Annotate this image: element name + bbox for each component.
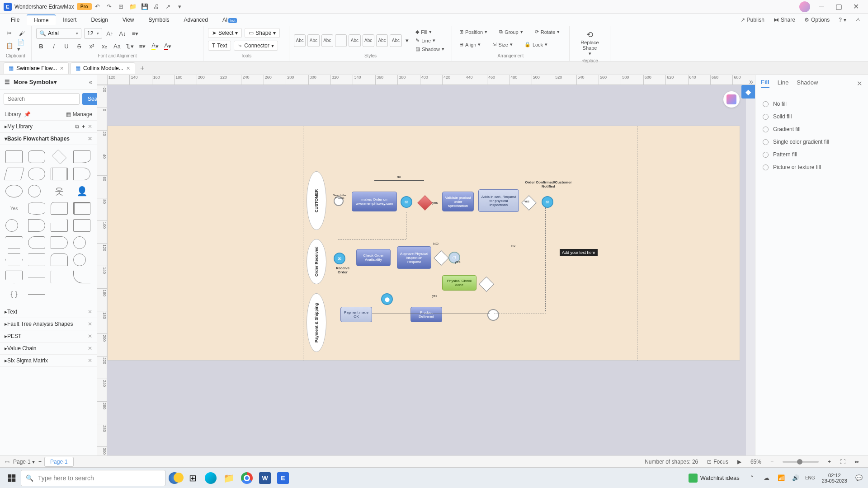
- close-lib-icon[interactable]: ✕: [88, 309, 92, 315]
- highlight-icon[interactable]: A▾: [150, 41, 160, 51]
- add-lib-icon[interactable]: +: [82, 123, 85, 130]
- tray-language-icon[interactable]: ENG: [804, 469, 816, 487]
- position-button[interactable]: ⊞ Position▾: [457, 28, 490, 36]
- style-swatch[interactable]: Abc: [363, 34, 374, 47]
- node-check-avail[interactable]: Check Order Availability: [356, 249, 391, 266]
- node-validate[interactable]: Validate product order specification: [442, 192, 474, 211]
- shape-internal-storage[interactable]: [73, 202, 90, 215]
- text-edit-box[interactable]: Add your text here: [560, 249, 598, 256]
- style-swatch[interactable]: Abc: [294, 34, 306, 47]
- shape-database[interactable]: [28, 202, 45, 215]
- doc-tab-collins[interactable]: ▦ Collins Module... ✕: [71, 62, 135, 74]
- tray-clock[interactable]: 02:12 23-09-2023: [818, 473, 851, 483]
- line-spacing-icon[interactable]: ⇅▾: [125, 41, 135, 51]
- shape-process[interactable]: [5, 150, 23, 163]
- paint-format-tab-icon[interactable]: ◆: [741, 85, 755, 99]
- tray-volume-icon[interactable]: 🔊: [789, 469, 802, 487]
- shape-document[interactable]: [73, 150, 90, 163]
- shape-yes-label[interactable]: Yes: [5, 202, 23, 215]
- style-swatch[interactable]: Abc: [321, 34, 333, 47]
- lib-section-pest[interactable]: ▸ PEST✕: [0, 330, 97, 343]
- page-add-icon[interactable]: +: [38, 459, 42, 465]
- close-lib-icon[interactable]: ✕: [88, 345, 92, 352]
- taskbar-taskview-icon[interactable]: ⊞: [184, 469, 202, 487]
- close-lib-icon[interactable]: ✕: [88, 333, 92, 339]
- menu-advanced[interactable]: Advanced: [177, 15, 215, 25]
- zoom-slider[interactable]: [783, 461, 819, 463]
- manage-library-button[interactable]: ▦ Manage: [66, 111, 92, 117]
- node-approve-insp[interactable]: Approve Physical Inspection Request: [397, 246, 431, 269]
- lane-customer[interactable]: CUSTOMER: [307, 171, 326, 230]
- strikethrough-icon[interactable]: S: [74, 41, 84, 51]
- close-panel-icon[interactable]: ✕: [857, 80, 863, 88]
- zoom-in-icon[interactable]: +: [828, 459, 831, 465]
- subscript-icon[interactable]: x₂: [99, 41, 109, 51]
- format-painter-icon[interactable]: 🖌: [17, 28, 27, 38]
- shape-parallel[interactable]: [28, 253, 45, 266]
- taskbar-chrome-icon[interactable]: [238, 469, 256, 487]
- tray-wifi-icon[interactable]: 📶: [775, 469, 788, 487]
- align-menu-icon[interactable]: ≡▾: [130, 28, 140, 38]
- user-avatar[interactable]: [799, 1, 810, 12]
- lane-payment-shipping[interactable]: Payment & Shipping: [307, 293, 326, 352]
- shape-connector[interactable]: [5, 219, 18, 232]
- shape-stored-data[interactable]: [73, 168, 90, 180]
- font-color-icon[interactable]: A▾: [163, 41, 173, 51]
- lock-button[interactable]: 🔒 Lock▾: [522, 41, 550, 48]
- node-add-cart[interactable]: Adds in cart, Request for physical inspe…: [478, 189, 519, 212]
- shadow-dropdown[interactable]: ▨ Shadow▾: [413, 45, 447, 53]
- shape-summing[interactable]: [73, 253, 86, 266]
- close-lib-icon[interactable]: ✕: [88, 321, 92, 327]
- taskbar-watchlist[interactable]: Watchlist ideas: [684, 474, 744, 483]
- node-delivered[interactable]: Product Delivered: [410, 307, 442, 322]
- fill-no-fill[interactable]: No fill: [763, 98, 861, 110]
- doc-tab-swimlane[interactable]: ▦ Swimlane Flow... ✕: [4, 62, 69, 74]
- italic-icon[interactable]: I: [49, 41, 59, 51]
- shape-terminator[interactable]: [28, 168, 45, 180]
- replace-shape-button[interactable]: ⟲ Replace Shape▾: [574, 28, 605, 58]
- menu-symbols[interactable]: Symbols: [142, 15, 177, 25]
- group-button[interactable]: ⧉ Group▾: [496, 28, 526, 36]
- taskbar-edge-icon[interactable]: [202, 469, 220, 487]
- tray-onedrive-icon[interactable]: ☁: [760, 469, 773, 487]
- menu-design[interactable]: Design: [84, 15, 115, 25]
- style-swatch[interactable]: Abc: [376, 34, 388, 47]
- close-tab-icon[interactable]: ✕: [60, 66, 64, 71]
- fill-picture[interactable]: Picture or texture fill: [763, 161, 861, 174]
- redo-icon[interactable]: ↷: [104, 1, 115, 13]
- node-payment[interactable]: Payment made OK: [340, 307, 372, 322]
- shape-curve[interactable]: [73, 271, 90, 283]
- page-surface[interactable]: CUSTOMER Order Received Payment & Shippi…: [107, 126, 740, 361]
- shape-circle[interactable]: [28, 185, 41, 197]
- canvas[interactable]: CUSTOMER Order Received Payment & Shippi…: [107, 85, 746, 464]
- shape-rounded-rect[interactable]: [28, 150, 45, 163]
- align-button[interactable]: ⊟ Align▾: [457, 41, 483, 48]
- shape-tool-button[interactable]: ▭ Shape ▾: [245, 28, 280, 38]
- lib-section-fault-tree[interactable]: ▸ Fault Tree Analysis Shapes✕: [0, 318, 97, 330]
- size-button[interactable]: ⇲ Size▾: [490, 41, 515, 48]
- receive-event[interactable]: ✉: [334, 253, 345, 264]
- shape-offpage[interactable]: [5, 271, 23, 283]
- bold-icon[interactable]: B: [36, 41, 46, 51]
- zoom-out-icon[interactable]: −: [770, 459, 774, 465]
- font-size-select[interactable]: 12▾: [84, 28, 102, 39]
- styles-more-icon[interactable]: ▾: [404, 36, 411, 46]
- shape-loop-limit[interactable]: [51, 253, 68, 266]
- menu-file[interactable]: File: [4, 15, 27, 25]
- symbol-search-input[interactable]: [4, 93, 80, 105]
- hamburger-icon[interactable]: ☰: [5, 79, 10, 85]
- save-icon[interactable]: 💾: [139, 1, 151, 13]
- shape-brace[interactable]: { }: [5, 288, 23, 300]
- shape-ellipse[interactable]: [5, 185, 23, 197]
- taskbar-edrawmax-icon[interactable]: E: [274, 469, 292, 487]
- page-list-icon[interactable]: ▭: [5, 459, 9, 465]
- end-event-confirmed[interactable]: ✉: [542, 196, 553, 208]
- fit-width-icon[interactable]: ⇔: [854, 459, 859, 465]
- message-event[interactable]: ✉: [401, 196, 412, 208]
- cut-icon[interactable]: ✂: [5, 28, 14, 38]
- menu-home[interactable]: Home: [27, 14, 56, 25]
- connector-tool-button[interactable]: ⤷ Connector ▾: [234, 41, 278, 51]
- underline-icon[interactable]: U: [61, 41, 71, 51]
- undo-icon[interactable]: ↶: [92, 1, 104, 13]
- minimize-button[interactable]: ─: [813, 0, 830, 14]
